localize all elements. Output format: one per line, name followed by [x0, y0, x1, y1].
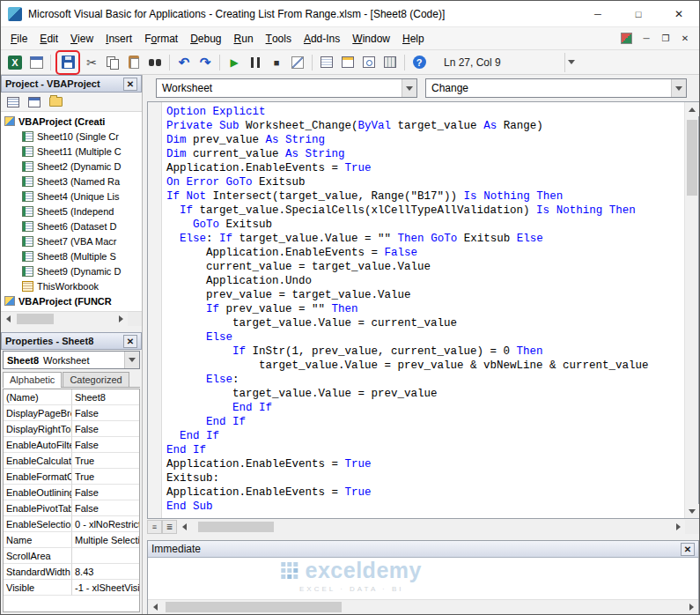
view-code-button[interactable]: [4, 94, 22, 110]
property-name[interactable]: (Name): [4, 389, 72, 405]
tree-item-sheet10-single-cr[interactable]: Sheet10 (Single Cr: [1, 129, 142, 144]
redo-button[interactable]: [195, 52, 216, 73]
code-editor[interactable]: Option ExplicitPrivate Sub Worksheet_Cha…: [163, 102, 683, 518]
scroll-thumb[interactable]: [198, 522, 274, 532]
property-name[interactable]: ScrollArea: [4, 548, 72, 564]
tree-item-sheet11-multiple-c[interactable]: Sheet11 (Multiple C: [1, 144, 142, 159]
maximize-button[interactable]: □: [618, 1, 659, 27]
tree-item-vbaproject-creati[interactable]: VBAProject (Creati: [1, 114, 142, 129]
menu-format[interactable]: Format: [138, 27, 184, 49]
property-name[interactable]: Name: [4, 532, 72, 548]
scroll-up-button[interactable]: [685, 102, 699, 116]
toolbox-button[interactable]: [379, 52, 401, 73]
tree-item-sheet8-multiple-s[interactable]: Sheet8 (Multiple S: [1, 248, 142, 263]
dropdown-button[interactable]: [402, 79, 416, 97]
procedure-dropdown[interactable]: Change: [425, 78, 687, 98]
menu-debug[interactable]: Debug: [184, 27, 227, 49]
tree-item-sheet5-independ[interactable]: Sheet5 (Independ: [1, 204, 142, 219]
property-value[interactable]: False: [72, 485, 139, 500]
property-name[interactable]: EnableAutoFilter: [4, 437, 72, 453]
reset-button[interactable]: [266, 52, 287, 73]
tree-item-sheet2-dynamic-d[interactable]: Sheet2 (Dynamic D: [1, 159, 142, 174]
object-browser-button[interactable]: [358, 52, 379, 73]
menu-run[interactable]: Run: [228, 27, 260, 49]
tree-item-sheet9-dynamic-d[interactable]: Sheet9 (Dynamic D: [1, 263, 142, 278]
property-name[interactable]: Visible: [4, 580, 72, 596]
tree-item-sheet3-named-ra[interactable]: Sheet3 (Named Ra: [1, 174, 142, 189]
property-name[interactable]: DisplayPageBreaks: [4, 405, 72, 421]
property-name[interactable]: EnableSelection: [4, 516, 72, 532]
tree-item-sheet6-dataset-d[interactable]: Sheet6 (Dataset D: [1, 219, 142, 233]
scroll-thumb[interactable]: [17, 314, 54, 324]
title-bar[interactable]: Microsoft Visual Basic for Applications …: [1, 1, 699, 27]
dropdown-button[interactable]: [124, 352, 139, 368]
minimize-button[interactable]: ─: [578, 1, 618, 27]
property-value[interactable]: 8.43: [72, 564, 139, 580]
property-value[interactable]: 0 - xlNoRestrictions: [72, 516, 139, 532]
scroll-left-button[interactable]: [177, 520, 191, 534]
scroll-track[interactable]: [191, 520, 671, 534]
object-dropdown[interactable]: Worksheet: [156, 78, 417, 98]
design-mode-button[interactable]: [287, 52, 308, 73]
scroll-track[interactable]: [15, 312, 114, 326]
property-name[interactable]: EnableFormatConditions: [4, 469, 72, 485]
property-name[interactable]: DisplayRightToLeft: [4, 421, 72, 437]
object-selector-dropdown[interactable]: Sheet8 Worksheet: [3, 351, 140, 369]
code-vscrollbar[interactable]: [684, 102, 698, 518]
find-button[interactable]: [144, 52, 166, 73]
dropdown-button[interactable]: [671, 79, 686, 97]
menu-insert[interactable]: Insert: [99, 27, 138, 49]
menu-view[interactable]: View: [64, 27, 99, 49]
property-value[interactable]: True: [72, 469, 139, 485]
immediate-close-icon[interactable]: ✕: [681, 543, 695, 556]
insert-userform-button[interactable]: [26, 52, 47, 73]
property-value[interactable]: False: [72, 500, 139, 516]
scroll-track[interactable]: [162, 600, 684, 614]
tab-categorized[interactable]: Categorized: [63, 372, 129, 387]
break-button[interactable]: [245, 52, 266, 73]
scroll-right-button[interactable]: [671, 520, 685, 534]
property-value[interactable]: Sheet8: [72, 389, 139, 405]
scroll-down-button[interactable]: [685, 504, 699, 518]
property-name[interactable]: EnablePivotTable: [4, 500, 72, 516]
menu-help[interactable]: Help: [396, 27, 431, 49]
immediate-hscrollbar[interactable]: [148, 599, 698, 613]
help-button[interactable]: [409, 52, 430, 73]
property-value[interactable]: True: [72, 453, 139, 469]
child-restore-button[interactable]: ❐: [657, 31, 674, 47]
project-tree-hscrollbar[interactable]: [1, 311, 142, 325]
property-value[interactable]: False: [72, 421, 139, 437]
scroll-left-button[interactable]: [148, 600, 162, 614]
close-button[interactable]: ✕: [659, 1, 699, 27]
scroll-right-button[interactable]: [114, 312, 128, 326]
menu-window[interactable]: Window: [346, 27, 396, 49]
toggle-folders-button[interactable]: [47, 94, 64, 110]
property-value[interactable]: [72, 548, 139, 564]
paste-button[interactable]: [123, 52, 144, 73]
tree-item-thisworkbook[interactable]: ThisWorkbook: [1, 278, 142, 293]
project-close-icon[interactable]: ✕: [123, 78, 137, 91]
scroll-thumb[interactable]: [687, 120, 697, 196]
full-module-view-button[interactable]: ≣: [162, 520, 177, 534]
properties-window-button[interactable]: [337, 52, 358, 73]
undo-button[interactable]: [173, 52, 195, 73]
property-name[interactable]: EnableOutlining: [4, 485, 72, 500]
child-close-button[interactable]: ✕: [676, 31, 694, 47]
immediate-body[interactable]: exceldemy EXCEL · DATA · BI: [148, 558, 698, 599]
property-name[interactable]: StandardWidth: [4, 564, 72, 580]
menu-addins[interactable]: Add-Ins: [298, 27, 346, 49]
tree-item-sheet7-vba-macr[interactable]: Sheet7 (VBA Macr: [1, 233, 142, 248]
child-minimize-button[interactable]: ─: [637, 31, 655, 47]
margin-indicator-bar[interactable]: [148, 102, 162, 518]
view-object-button[interactable]: [26, 94, 43, 110]
save-button[interactable]: [57, 52, 78, 73]
property-value[interactable]: False: [72, 405, 139, 421]
project-explorer-button[interactable]: [316, 52, 337, 73]
menu-edit[interactable]: Edit: [33, 27, 64, 49]
cut-button[interactable]: [81, 52, 102, 73]
property-value[interactable]: Multiple Selection: [72, 532, 139, 548]
scroll-left-button[interactable]: [1, 312, 15, 326]
procedure-view-button[interactable]: ≡: [147, 520, 162, 534]
scroll-thumb[interactable]: [166, 602, 342, 612]
property-value[interactable]: False: [72, 437, 139, 453]
